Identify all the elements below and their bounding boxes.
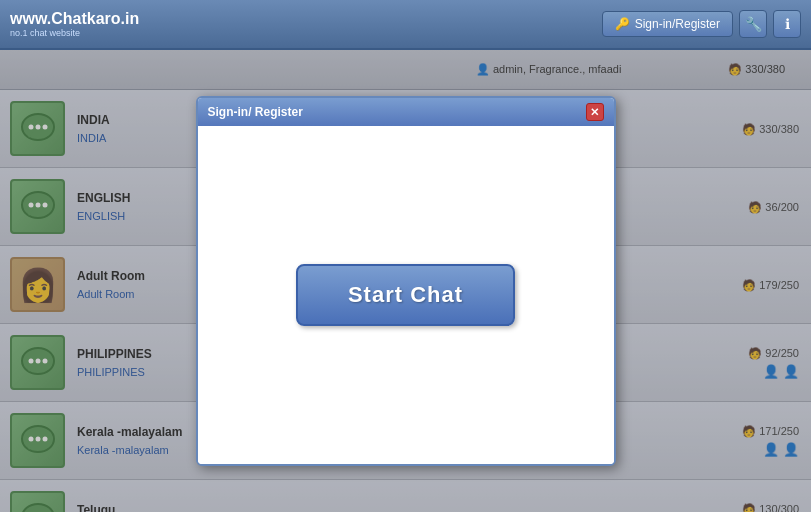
header: www.Chatkaro.in no.1 chat website 🔑 Sign… (0, 0, 811, 50)
info-button[interactable]: ℹ (773, 10, 801, 38)
settings-button[interactable]: 🔧 (739, 10, 767, 38)
signin-modal: Sign-in/ Register ✕ Start Chat (196, 96, 616, 466)
signin-icon: 🔑 (615, 17, 630, 31)
logo-title: www.Chatkaro.in (10, 10, 139, 28)
close-icon: ✕ (590, 106, 599, 119)
logo-area: www.Chatkaro.in no.1 chat website (10, 10, 139, 38)
settings-icon: 🔧 (745, 16, 762, 32)
signin-register-button[interactable]: 🔑 Sign-in/Register (602, 11, 733, 37)
modal-close-button[interactable]: ✕ (586, 103, 604, 121)
modal-title: Sign-in/ Register (208, 105, 303, 119)
modal-overlay: Sign-in/ Register ✕ Start Chat (0, 50, 811, 512)
header-right: 🔑 Sign-in/Register 🔧 ℹ (602, 10, 801, 38)
signin-label: Sign-in/Register (635, 17, 720, 31)
modal-body: Start Chat (198, 126, 614, 464)
main-area: 👤 admin, Fragrance., mfaadi 🧑 330/380 IN… (0, 50, 811, 512)
start-chat-button[interactable]: Start Chat (296, 264, 515, 326)
modal-header: Sign-in/ Register ✕ (198, 98, 614, 126)
info-icon: ℹ (785, 16, 790, 32)
logo-subtitle: no.1 chat website (10, 28, 139, 38)
